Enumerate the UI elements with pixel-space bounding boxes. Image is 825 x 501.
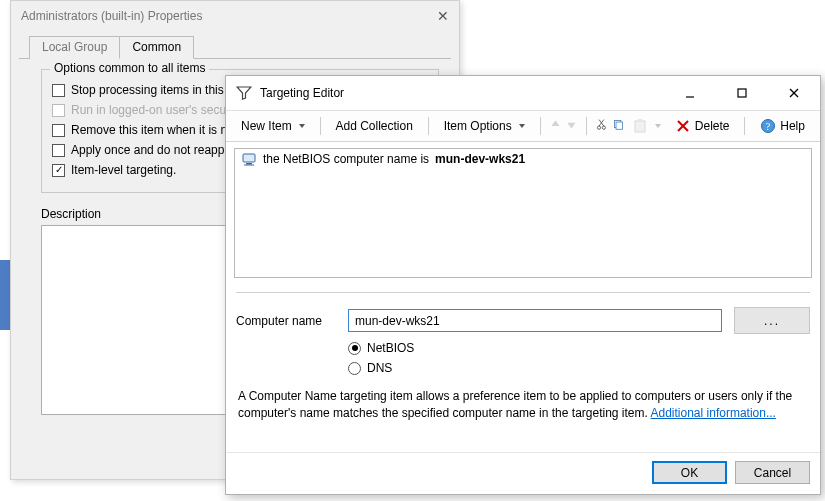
checkbox-item-level-targeting[interactable] — [52, 164, 65, 177]
dropdown-caret-icon — [299, 124, 305, 128]
checkbox-remove-item[interactable] — [52, 124, 65, 137]
toolbar-separator — [428, 117, 429, 135]
svg-rect-18 — [244, 165, 254, 166]
targeting-editor-dialog: Targeting Editor New Item Add Collection… — [225, 75, 821, 495]
computer-name-input[interactable] — [348, 309, 722, 332]
minimize-button[interactable] — [668, 82, 712, 104]
checkbox-apply-once[interactable] — [52, 144, 65, 157]
delete-icon — [675, 118, 691, 134]
close-icon[interactable]: ✕ — [437, 10, 449, 22]
new-item-label: New Item — [241, 119, 292, 133]
toolbar-separator — [320, 117, 321, 135]
computer-icon — [241, 151, 257, 167]
targeting-editor-title: Targeting Editor — [260, 86, 660, 100]
dropdown-caret-icon — [519, 124, 525, 128]
dropdown-caret-icon — [655, 124, 661, 128]
browse-button[interactable]: ... — [734, 307, 810, 334]
add-collection-button[interactable]: Add Collection — [328, 116, 419, 136]
tab-local-group[interactable]: Local Group — [29, 36, 120, 59]
checkbox-run-logged-on — [52, 104, 65, 117]
svg-rect-10 — [635, 121, 645, 132]
tab-common[interactable]: Common — [119, 36, 194, 59]
toolbar: New Item Add Collection Item Options — [226, 111, 820, 142]
svg-text:?: ? — [766, 121, 771, 132]
label-apply-once: Apply once and do not reapply. — [71, 143, 236, 157]
rule-text-prefix: the NetBIOS computer name is — [263, 152, 429, 166]
help-text: A Computer Name targeting item allows a … — [238, 388, 808, 422]
toolbar-separator — [540, 117, 541, 135]
close-button[interactable] — [772, 82, 816, 104]
svg-point-5 — [602, 126, 605, 129]
help-icon: ? — [760, 118, 776, 134]
targeting-ok-button[interactable]: OK — [652, 461, 727, 484]
targeting-cancel-button[interactable]: Cancel — [735, 461, 810, 484]
svg-rect-11 — [638, 119, 642, 122]
help-label: Help — [780, 119, 805, 133]
paste-button[interactable] — [629, 115, 664, 137]
left-accent-strip — [0, 260, 10, 330]
svg-rect-1 — [738, 89, 746, 97]
computer-name-label: Computer name — [236, 314, 336, 328]
properties-title: Administrators (built-in) Properties — [21, 9, 202, 23]
rule-text-value: mun-dev-wks21 — [435, 152, 525, 166]
rule-row[interactable]: the NetBIOS computer name is mun-dev-wks… — [235, 149, 811, 169]
toolbar-separator — [586, 117, 587, 135]
svg-point-4 — [597, 126, 600, 129]
new-item-button[interactable]: New Item — [234, 116, 312, 136]
svg-rect-16 — [243, 154, 255, 162]
radio-dns[interactable] — [348, 362, 361, 375]
delete-button[interactable]: Delete — [668, 115, 737, 137]
filter-icon — [236, 85, 252, 101]
cut-icon[interactable] — [595, 118, 608, 134]
radio-netbios-label: NetBIOS — [367, 341, 414, 355]
item-options-button[interactable]: Item Options — [437, 116, 532, 136]
tab-strip: Local Group Common — [19, 35, 451, 59]
copy-icon[interactable] — [612, 118, 625, 134]
titlebar: Targeting Editor — [226, 76, 820, 111]
svg-rect-9 — [616, 122, 622, 129]
options-legend: Options common to all items — [50, 61, 209, 75]
item-options-label: Item Options — [444, 119, 512, 133]
form-area: Computer name ... NetBIOS DNS A Computer… — [236, 292, 810, 422]
radio-dns-label: DNS — [367, 361, 392, 375]
svg-rect-17 — [246, 163, 252, 165]
radio-netbios[interactable] — [348, 342, 361, 355]
move-up-icon — [549, 118, 562, 134]
additional-info-link[interactable]: Additional information... — [651, 406, 776, 420]
toolbar-separator — [744, 117, 745, 135]
checkbox-stop-processing[interactable] — [52, 84, 65, 97]
delete-label: Delete — [695, 119, 730, 133]
help-button[interactable]: ? Help — [753, 115, 812, 137]
move-down-icon — [565, 118, 578, 134]
rules-list[interactable]: the NetBIOS computer name is mun-dev-wks… — [234, 148, 812, 278]
add-collection-label: Add Collection — [335, 119, 412, 133]
maximize-button[interactable] — [720, 82, 764, 104]
paste-icon — [632, 118, 648, 134]
label-item-level-targeting: Item-level targeting. — [71, 163, 176, 177]
